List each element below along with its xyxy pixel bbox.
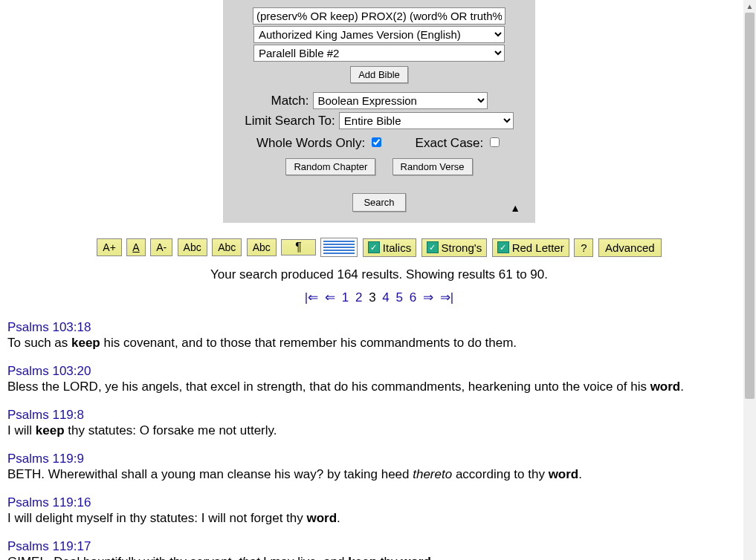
verse-text: I will keep thy statutes: O forsake me n… [7,423,751,440]
check-icon: ✓ [368,241,380,253]
bible-select-1[interactable]: Authorized King James Version (English) [253,26,505,43]
pager-page-4[interactable]: 4 [382,290,389,305]
italics-toggle[interactable]: ✓Italics [363,238,416,257]
random-verse-button[interactable]: Random Verse [392,158,473,175]
verse-text: BETH. Wherewithal shall a young man clea… [7,466,751,484]
whole-words-checkbox[interactable] [372,137,381,147]
pager-last[interactable]: ⇒| [440,290,453,305]
pager-page-2[interactable]: 2 [355,290,362,305]
search-query-input[interactable] [253,7,505,25]
verse-text: I will delight myself in thy statutes: I… [7,510,751,527]
verse-text: Bless the LORD, ye his angels, that exce… [7,379,751,396]
verse-reference[interactable]: Psalms 103:18 [7,320,751,335]
font-increase-button[interactable]: A+ [97,238,122,256]
exact-case-checkbox[interactable] [490,137,500,147]
pager-first[interactable]: |⇐ [305,290,318,305]
verse-block: Psalms 119:17GIMEL. Deal bountifully wit… [7,539,751,560]
verse-reference[interactable]: Psalms 119:9 [7,452,751,466]
add-bible-button[interactable]: Add Bible [350,66,408,83]
pager-page-3[interactable]: 3 [369,290,375,305]
abc-button-2[interactable]: Abc [212,238,242,256]
exact-case-label: Exact Case: [416,136,484,150]
scroll-thumb[interactable] [745,13,755,399]
limit-select[interactable]: Entire Bible [339,112,514,129]
pager-page-6[interactable]: 6 [410,290,416,305]
results-summary: Your search produced 164 results. Showin… [7,267,751,282]
search-panel: Authorized King James Version (English) … [223,0,535,223]
verse-reference[interactable]: Psalms 119:16 [7,495,751,510]
pager-page-1[interactable]: 1 [342,290,349,305]
verse-reference[interactable]: Psalms 119:8 [7,408,751,423]
verse-block: Psalms 103:20Bless the LORD, ye his ange… [7,364,751,396]
stripe-icon [323,241,355,254]
random-chapter-button[interactable]: Random Chapter [285,158,375,175]
verse-block: Psalms 119:9BETH. Wherewithal shall a yo… [7,452,751,484]
font-decrease-button[interactable]: A- [150,238,172,256]
search-button[interactable]: Search [352,193,405,212]
match-select[interactable]: Boolean Expression [313,92,488,109]
font-underline-button[interactable]: A [126,238,145,256]
bible-select-2[interactable]: Paralell Bible #2 [253,45,505,62]
match-label: Match: [271,94,308,108]
verse-reference[interactable]: Psalms 119:17 [7,539,751,554]
highlight-full-button[interactable] [320,238,358,257]
pager-page-5[interactable]: 5 [396,290,403,305]
check-icon: ✓ [427,241,439,253]
verse-text: To such as keep his covenant, and to tho… [7,335,751,352]
verse-text: GIMEL. Deal bountifully with thy servant… [7,554,751,560]
abc-button-3[interactable]: Abc [247,238,277,256]
scrollbar[interactable]: ▲ [743,0,756,560]
abc-button-1[interactable]: Abc [178,238,207,256]
whole-words-label: Whole Words Only: [256,136,365,150]
pager-prev[interactable]: ⇐ [325,290,335,305]
scroll-up-icon[interactable]: ▲ [743,0,756,13]
pager-next[interactable]: ⇒ [423,290,433,305]
red-letter-toggle[interactable]: ✓Red Letter [492,238,569,257]
check-icon: ✓ [497,241,509,253]
paragraph-button[interactable]: ¶ [281,239,316,255]
collapse-panel-icon[interactable]: ▲ [510,202,520,214]
advanced-button[interactable]: Advanced [598,238,662,257]
strongs-toggle[interactable]: ✓Strong's [421,238,488,257]
verse-block: Psalms 119:8I will keep thy statutes: O … [7,408,751,440]
verse-block: Psalms 103:18To such as keep his covenan… [7,320,751,352]
verse-block: Psalms 119:16I will delight myself in th… [7,495,751,527]
help-button[interactable]: ? [574,238,593,257]
pager: |⇐ ⇐ 1 2 3 4 5 6 ⇒ ⇒| [7,290,751,305]
verse-reference[interactable]: Psalms 103:20 [7,364,751,379]
limit-label: Limit Search To: [245,114,335,128]
toolbar: A+ A A- Abc Abc Abc ¶ ✓Italics ✓Strong's… [7,238,751,257]
